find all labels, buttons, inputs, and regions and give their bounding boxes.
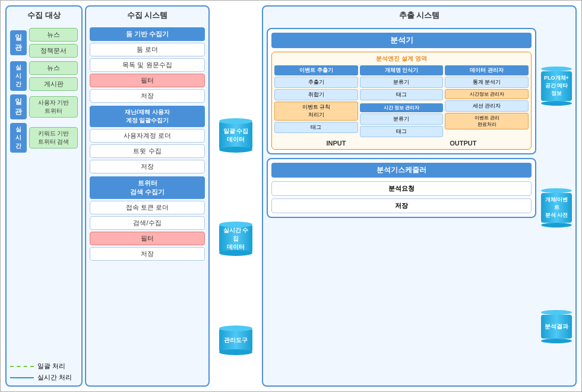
scheduler-items: 분석요청 저장 xyxy=(271,181,532,213)
output-plo: PLO개체+공간 메타정보 xyxy=(541,67,572,106)
target-item-news-1: 뉴스 xyxy=(29,28,78,42)
extraction-system-title: 추출 시스템 xyxy=(267,10,572,21)
cylinder-batch-body: 일괄 수집데이터 xyxy=(219,121,252,150)
target-group-2: 실시간 뉴스 게시판 xyxy=(10,61,78,91)
target-item-twitter-keyword: 키워드 기반트위터 검색 xyxy=(29,127,78,148)
analyzer-col-item-1-1: 추출기 xyxy=(274,77,358,88)
scheduler-box: 분석기스케줄러 분석요청 저장 xyxy=(267,158,536,218)
analyzer-inner: 분석엔진 설계 영역 이벤트 추출기 추출기 취합기 이벤트 규칙처리기 태그 xyxy=(271,52,532,150)
collector-group-1: 둠 기반 수집기 둠 로더 목독 및 원문수집 필터 저장 xyxy=(90,27,205,103)
cylinder-tools: 관리도구 xyxy=(219,325,252,355)
collector-title-2: 재난/재해 사용자계정 일괄수집기 xyxy=(90,106,205,127)
collector-title-3: 트위터검색 수집기 xyxy=(90,176,205,199)
target-item-policy: 정책문서 xyxy=(29,44,78,58)
collector-item-tweet-collect: 트윗 수집 xyxy=(90,144,205,158)
legend: 일괄 처리 실시간 처리 xyxy=(10,362,78,382)
analyzer-inner-title: 분석엔진 설계 영역 xyxy=(274,55,529,63)
analyzer-col-item-2-1: 분류기 xyxy=(360,77,444,88)
analyzer-col-title-3: 데이터 관리자 xyxy=(445,65,529,75)
collector-item-dul-loader: 둠 로더 xyxy=(90,43,205,56)
target-item-twitter-user: 사용자 기반트위터 xyxy=(29,96,78,118)
scheduler-title: 분석기스케줄러 xyxy=(271,163,532,178)
cylinders-column: 일괄 수집데이터 실시간 수집데이터 관리도구 xyxy=(212,5,260,387)
target-group-4: 실시간 키워드 기반트위터 검색 xyxy=(10,123,78,153)
output-entity-dict: 개체/이벤트분석 사전 xyxy=(541,188,572,227)
analyzer-col-title-1: 이벤트 추출기 xyxy=(274,65,358,75)
cylinder-tools-body: 관리도구 xyxy=(219,328,252,352)
output-result: 분석결과 xyxy=(541,310,572,343)
target-item-news-2: 뉴스 xyxy=(29,61,78,75)
target-label-4: 실시간 xyxy=(10,123,27,153)
input-output-row: INPUT OUTPUT xyxy=(274,140,529,147)
legend-realtime-label: 실시간 처리 xyxy=(37,373,72,382)
target-items-3: 사용자 기반트위터 xyxy=(29,96,78,118)
scheduler-item-request: 분석요청 xyxy=(271,181,532,196)
collector-group-2: 재난/재해 사용자계정 일괄수집기 사용자계정 로더 트윗 수집 저장 xyxy=(90,106,205,173)
legend-batch-label: 일괄 처리 xyxy=(37,362,65,371)
collector-item-save-3: 저장 xyxy=(90,247,205,261)
analyzer-col-item-1-3: 이벤트 규칙처리기 xyxy=(274,102,358,121)
collection-system-title: 수집 시스템 xyxy=(90,10,205,21)
analyzer-title: 분석기 xyxy=(271,33,532,48)
extraction-inner: 분석기 분석엔진 설계 영역 이벤트 추출기 추출기 취합기 이벤트 규칙처리기 xyxy=(267,28,572,382)
extraction-main: 분석기 분석엔진 설계 영역 이벤트 추출기 추출기 취합기 이벤트 규칙처리기 xyxy=(267,28,536,382)
cylinder-batch-bottom xyxy=(219,147,252,153)
collector-item-save-1: 저장 xyxy=(90,89,205,103)
analyzer-col-title-2b: 시간 정보 관리자 xyxy=(360,103,444,112)
collector-item-save-2: 저장 xyxy=(90,160,205,173)
target-group-1: 일관 뉴스 정책문서 xyxy=(10,28,78,58)
collection-target-title: 수집 대상 xyxy=(10,10,78,21)
target-items-2: 뉴스 게시판 xyxy=(29,61,78,91)
analyzer-col-item-1-2: 취합기 xyxy=(274,89,358,100)
cylinder-realtime-bottom xyxy=(219,250,252,256)
analyzer-col-2: 개체명 인식기 분류기 태그 시간 정보 관리자 분류기 태그 xyxy=(360,65,444,137)
analyzer-col-item-3-2: 시간정보 관리자 xyxy=(445,89,529,99)
collection-system-section: 수집 시스템 둠 기반 수집기 둠 로더 목독 및 원문수집 필터 저장 재난/… xyxy=(85,5,210,387)
output-column: PLO개체+공간 메타정보 개체/이벤트분석 사전 분석결과 xyxy=(541,28,572,382)
collector-item-token-loader: 접속 토큰 로더 xyxy=(90,201,205,214)
collector-item-filter-2: 필터 xyxy=(90,232,205,245)
analyzer-grid: 이벤트 추출기 추출기 취합기 이벤트 규칙처리기 태그 개체명 인식기 분류기 xyxy=(274,65,529,137)
target-label-2: 실시간 xyxy=(10,61,27,91)
collector-group-3: 트위터검색 수집기 접속 토큰 로더 검색/수집 필터 저장 xyxy=(90,176,205,261)
input-label: INPUT xyxy=(326,140,346,147)
analyzer-col-3: 데이터 관리자 통계 분석기 시간정보 관리자 세션 관리자 이벤트 관리완료처… xyxy=(445,65,529,137)
legend-dashed-line xyxy=(10,366,34,367)
analyzer-box: 분석기 분석엔진 설계 영역 이벤트 추출기 추출기 취합기 이벤트 규칙처리기 xyxy=(267,28,536,154)
cylinder-realtime-body: 실시간 수집데이터 xyxy=(219,225,252,253)
collector-item-search-collect: 검색/수집 xyxy=(90,216,205,230)
analyzer-col-title-2a: 개체명 인식기 xyxy=(360,65,444,75)
analyzer-col-item-2-2: 태그 xyxy=(360,89,444,100)
output-label: OUTPUT xyxy=(450,140,476,147)
cylinder-tools-top xyxy=(219,325,252,331)
target-item-board: 게시판 xyxy=(29,77,78,91)
legend-batch: 일괄 처리 xyxy=(10,362,78,371)
layout: 수집 대상 일관 뉴스 정책문서 실시간 뉴스 게시판 일관 xyxy=(5,5,577,387)
cylinder-tools-bottom xyxy=(219,349,252,355)
cylinder-batch: 일괄 수집데이터 xyxy=(219,118,252,153)
collector-item-account-loader: 사용자계정 로더 xyxy=(90,129,205,143)
collector-item-filter-1: 필터 xyxy=(90,74,205,87)
legend-solid-line xyxy=(10,377,34,378)
analyzer-col-item-3-3: 세션 관리자 xyxy=(445,100,529,112)
analyzer-col-item-2-3: 분류기 xyxy=(360,113,444,125)
target-group-3: 일관 사용자 기반트위터 xyxy=(10,94,78,119)
target-items-4: 키워드 기반트위터 검색 xyxy=(29,127,78,148)
cylinder-realtime: 실시간 수집데이터 xyxy=(219,222,252,256)
scheduler-item-save: 저장 xyxy=(271,198,532,213)
legend-realtime: 실시간 처리 xyxy=(10,373,78,382)
analyzer-col-item-1-4: 태그 xyxy=(274,122,358,133)
cylinder-batch-top xyxy=(219,118,252,124)
extraction-system-section: 추출 시스템 분석기 분석엔진 설계 영역 이벤트 추출기 xyxy=(262,5,577,387)
analyzer-col-item-3-4: 이벤트 관리완료처리 xyxy=(445,113,529,129)
collection-target-section: 수집 대상 일관 뉴스 정책문서 실시간 뉴스 게시판 일관 xyxy=(5,5,83,387)
analyzer-col-item-2-4: 태그 xyxy=(360,126,444,137)
collector-item-collect: 목독 및 원문수집 xyxy=(90,58,205,72)
target-items-1: 뉴스 정책문서 xyxy=(29,28,78,58)
analyzer-col-1: 이벤트 추출기 추출기 취합기 이벤트 규칙처리기 태그 xyxy=(274,65,358,137)
main-container: 수집 대상 일관 뉴스 정책문서 실시간 뉴스 게시판 일관 xyxy=(0,0,582,392)
target-label-1: 일관 xyxy=(10,30,27,55)
analyzer-col-item-3-1: 통계 분석기 xyxy=(445,77,529,88)
target-label-3: 일관 xyxy=(10,94,27,119)
collector-title-1: 둠 기반 수집기 xyxy=(90,27,205,41)
